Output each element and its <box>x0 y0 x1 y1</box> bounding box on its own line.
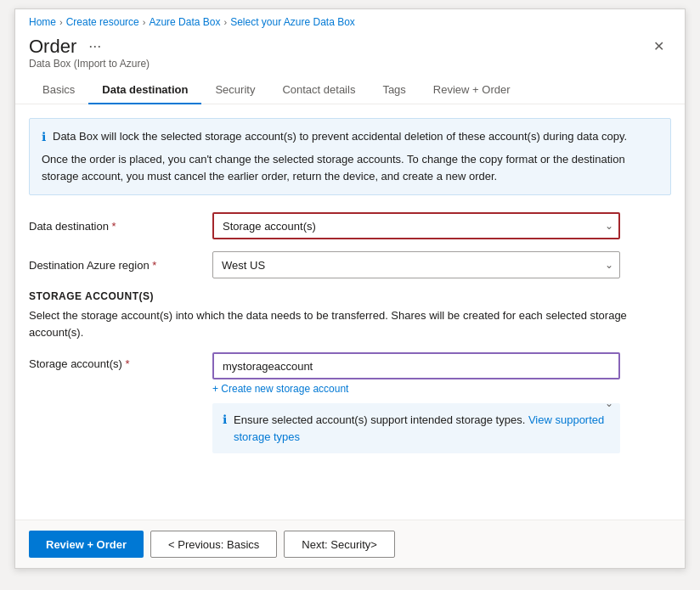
tab-bar: Basics Data destination Security Contact… <box>15 76 685 104</box>
content-area: ℹ Data Box will lock the selected storag… <box>15 104 685 520</box>
breadcrumb-sep1: › <box>59 17 63 27</box>
tab-tags[interactable]: Tags <box>369 76 419 104</box>
breadcrumb-select-azure-data-box[interactable]: Select your Azure Data Box <box>230 16 355 28</box>
data-destination-select-wrapper: Storage account(s) Managed disk ⌄ <box>212 212 620 239</box>
destination-region-select[interactable]: West US East US West Europe <box>212 251 620 278</box>
storage-info-text: Ensure selected account(s) support inten… <box>234 412 610 445</box>
breadcrumb-azure-data-box[interactable]: Azure Data Box <box>149 16 220 28</box>
tab-basics[interactable]: Basics <box>29 76 88 104</box>
breadcrumb-sep2: › <box>143 17 146 27</box>
breadcrumb-sep3: › <box>223 17 227 27</box>
info-icon: ℹ <box>42 130 46 143</box>
storage-account-select[interactable]: mystorageaccount <box>212 352 620 379</box>
header-row: Order ··· ✕ <box>15 31 685 58</box>
create-storage-account-link[interactable]: + Create new storage account <box>212 383 620 395</box>
storage-account-row: Storage account(s) * mystorageaccount ⌄ … <box>29 352 671 453</box>
previous-button[interactable]: < Previous: Basics <box>150 531 277 558</box>
required-star2: * <box>152 259 156 272</box>
tab-review-order[interactable]: Review + Order <box>420 76 524 104</box>
info-box-line1: Data Box will lock the selected storage … <box>53 129 627 144</box>
tab-contact-details[interactable]: Contact details <box>268 76 369 104</box>
info-box-line2: Once the order is placed, you can't chan… <box>42 151 658 184</box>
storage-info-icon: ℹ <box>223 413 227 426</box>
next-button[interactable]: Next: Security> <box>284 531 395 558</box>
storage-account-section-desc: Select the storage account(s) into which… <box>29 307 671 340</box>
info-box-row1: ℹ Data Box will lock the selected storag… <box>42 129 658 144</box>
tab-security[interactable]: Security <box>201 76 268 104</box>
breadcrumb-create-resource[interactable]: Create resource <box>66 16 139 28</box>
title-area: Order ··· <box>29 36 106 58</box>
storage-account-select-wrapper: mystorageaccount ⌄ + Create new storage … <box>212 352 620 453</box>
storage-account-section-header: STORAGE ACCOUNT(S) <box>29 290 671 302</box>
ellipsis-button[interactable]: ··· <box>83 36 106 57</box>
info-box: ℹ Data Box will lock the selected storag… <box>29 118 671 195</box>
storage-account-label: Storage account(s) * <box>29 352 199 370</box>
destination-region-row: Destination Azure region * West US East … <box>29 251 671 278</box>
data-destination-select[interactable]: Storage account(s) Managed disk <box>212 212 620 239</box>
destination-region-label: Destination Azure region * <box>29 259 199 272</box>
breadcrumb-home[interactable]: Home <box>29 16 56 28</box>
page-title: Order <box>29 36 76 58</box>
breadcrumb: Home › Create resource › Azure Data Box … <box>15 9 685 31</box>
review-order-button[interactable]: Review + Order <box>29 531 144 558</box>
required-star3: * <box>125 357 129 370</box>
destination-region-select-wrapper: West US East US West Europe ⌄ <box>212 251 620 278</box>
storage-info-box: ℹ Ensure selected account(s) support int… <box>212 403 620 453</box>
close-button[interactable]: ✕ <box>646 35 671 58</box>
data-destination-row: Data destination * Storage account(s) Ma… <box>29 212 671 239</box>
page-subtitle: Data Box (Import to Azure) <box>15 58 685 76</box>
main-window: Home › Create resource › Azure Data Box … <box>14 8 686 569</box>
footer: Review + Order < Previous: Basics Next: … <box>15 520 685 568</box>
required-star1: * <box>112 220 116 233</box>
data-destination-label: Data destination * <box>29 220 199 233</box>
tab-data-destination[interactable]: Data destination <box>88 76 201 104</box>
